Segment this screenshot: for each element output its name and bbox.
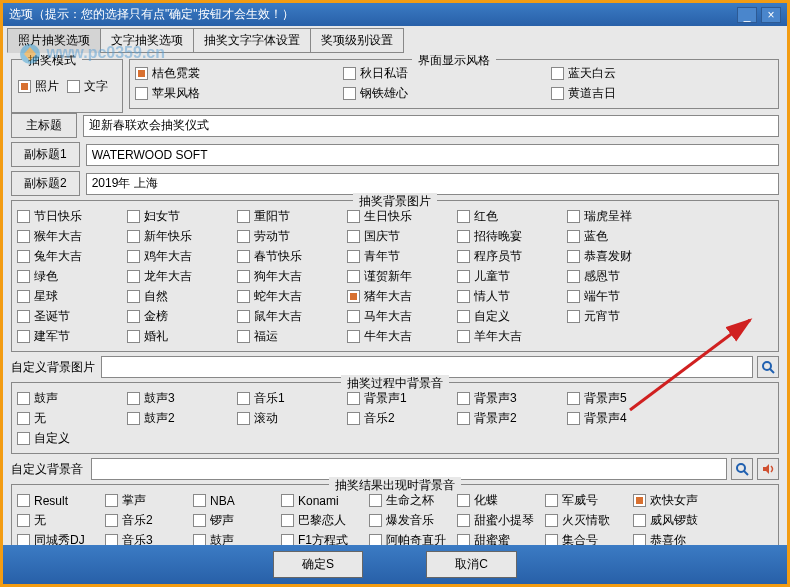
subtitle2-input[interactable] <box>86 173 779 195</box>
bg-sound-option-4[interactable]: 背景声3 <box>457 390 559 407</box>
bg-img-option-4[interactable]: 红色 <box>457 208 559 225</box>
bg-img-option-5[interactable]: 瑞虎呈祥 <box>567 208 669 225</box>
result-sound-option-0[interactable]: Result <box>17 492 97 509</box>
bg-img-option-24[interactable]: 星球 <box>17 288 119 305</box>
browse-bg-img-button[interactable] <box>757 356 779 378</box>
result-sound-option-1[interactable]: 掌声 <box>105 492 185 509</box>
ok-button[interactable]: 确定S <box>273 551 363 578</box>
bg-img-option-3[interactable]: 生日快乐 <box>347 208 449 225</box>
bg-img-option-26[interactable]: 蛇年大吉 <box>237 288 339 305</box>
bg-img-option-40[interactable]: 羊年大吉 <box>457 328 559 345</box>
bg-img-option-29[interactable]: 端午节 <box>567 288 669 305</box>
style-option-3[interactable]: 苹果风格 <box>135 85 335 102</box>
bg-sound-option-3[interactable]: 背景声1 <box>347 390 449 407</box>
result-sound-option-15[interactable]: 威风锣鼓 <box>633 512 713 529</box>
result-sound-option-19[interactable]: F1方程式 <box>281 532 361 545</box>
result-sound-option-6[interactable]: 军威号 <box>545 492 625 509</box>
bg-img-option-33[interactable]: 马年大吉 <box>347 308 449 325</box>
bg-sound-option-5[interactable]: 背景声5 <box>567 390 669 407</box>
result-sound-option-17[interactable]: 音乐3 <box>105 532 185 545</box>
bg-img-option-38[interactable]: 福运 <box>237 328 339 345</box>
subtitle1-input[interactable] <box>86 144 779 166</box>
bg-img-option-37[interactable]: 婚礼 <box>127 328 229 345</box>
tab-photo-options[interactable]: 照片抽奖选项 <box>7 28 101 53</box>
bg-sound-option-9[interactable]: 音乐2 <box>347 410 449 427</box>
bg-sound-option-7[interactable]: 鼓声2 <box>127 410 229 427</box>
bg-img-option-30[interactable]: 圣诞节 <box>17 308 119 325</box>
result-sound-option-7[interactable]: 欢快女声 <box>633 492 713 509</box>
bg-sound-option-11[interactable]: 背景声4 <box>567 410 669 427</box>
bg-img-option-36[interactable]: 建军节 <box>17 328 119 345</box>
style-option-4[interactable]: 钢铁雄心 <box>343 85 543 102</box>
bg-sound-option-10[interactable]: 背景声2 <box>457 410 559 427</box>
bg-img-option-15[interactable]: 青年节 <box>347 248 449 265</box>
bg-img-option-8[interactable]: 劳动节 <box>237 228 339 245</box>
bg-img-option-20[interactable]: 狗年大吉 <box>237 268 339 285</box>
result-sound-option-23[interactable]: 恭喜你 <box>633 532 713 545</box>
tab-prize-levels[interactable]: 奖项级别设置 <box>310 28 404 53</box>
mode-photo-radio[interactable]: 照片 <box>18 78 59 95</box>
bg-sound-option-12[interactable]: 自定义 <box>17 430 119 447</box>
bg-img-option-39[interactable]: 牛年大吉 <box>347 328 449 345</box>
result-sound-option-3[interactable]: Konami <box>281 492 361 509</box>
cancel-button[interactable]: 取消C <box>426 551 517 578</box>
bg-img-option-7[interactable]: 新年快乐 <box>127 228 229 245</box>
browse-bg-sound-button[interactable] <box>731 458 753 480</box>
bg-img-option-21[interactable]: 谨贺新年 <box>347 268 449 285</box>
bg-img-option-1[interactable]: 妇女节 <box>127 208 229 225</box>
result-sound-option-8[interactable]: 无 <box>17 512 97 529</box>
result-sound-option-13[interactable]: 甜蜜小提琴 <box>457 512 537 529</box>
result-sound-option-16[interactable]: 同城秀DJ <box>17 532 97 545</box>
bg-sound-option-8[interactable]: 滚动 <box>237 410 339 427</box>
bg-img-option-35[interactable]: 元宵节 <box>567 308 669 325</box>
style-option-0[interactable]: 桔色霓裳 <box>135 65 335 82</box>
bg-img-option-25[interactable]: 自然 <box>127 288 229 305</box>
bg-img-option-18[interactable]: 绿色 <box>17 268 119 285</box>
mode-text-radio[interactable]: 文字 <box>67 78 108 95</box>
result-sound-option-12[interactable]: 爆发音乐 <box>369 512 449 529</box>
bg-img-option-32[interactable]: 鼠年大吉 <box>237 308 339 325</box>
bg-img-option-11[interactable]: 蓝色 <box>567 228 669 245</box>
bg-img-option-14[interactable]: 春节快乐 <box>237 248 339 265</box>
close-button[interactable]: × <box>761 7 781 23</box>
bg-img-option-23[interactable]: 感恩节 <box>567 268 669 285</box>
style-option-5[interactable]: 黄道吉日 <box>551 85 751 102</box>
main-title-input[interactable] <box>83 115 779 137</box>
bg-img-option-13[interactable]: 鸡年大吉 <box>127 248 229 265</box>
result-sound-option-9[interactable]: 音乐2 <box>105 512 185 529</box>
result-sound-option-20[interactable]: 阿帕奇直升 <box>369 532 449 545</box>
bg-img-option-2[interactable]: 重阳节 <box>237 208 339 225</box>
bg-img-option-28[interactable]: 情人节 <box>457 288 559 305</box>
mode-group: 抽奖模式 照片 文字 <box>11 59 123 113</box>
bg-sound-option-0[interactable]: 鼓声 <box>17 390 119 407</box>
bg-sound-option-1[interactable]: 鼓声3 <box>127 390 229 407</box>
bg-sound-option-6[interactable]: 无 <box>17 410 119 427</box>
bg-img-option-27[interactable]: 猪年大吉 <box>347 288 449 305</box>
result-sound-option-21[interactable]: 甜蜜蜜 <box>457 532 537 545</box>
result-sound-option-5[interactable]: 化蝶 <box>457 492 537 509</box>
bg-img-option-9[interactable]: 国庆节 <box>347 228 449 245</box>
style-option-2[interactable]: 蓝天白云 <box>551 65 751 82</box>
bg-img-option-12[interactable]: 兔年大吉 <box>17 248 119 265</box>
play-bg-sound-button[interactable] <box>757 458 779 480</box>
result-sound-option-14[interactable]: 火灭情歌 <box>545 512 625 529</box>
result-sound-option-11[interactable]: 巴黎恋人 <box>281 512 361 529</box>
bg-img-option-34[interactable]: 自定义 <box>457 308 559 325</box>
tab-font-settings[interactable]: 抽奖文字字体设置 <box>193 28 311 53</box>
tab-text-options[interactable]: 文字抽奖选项 <box>100 28 194 53</box>
bg-img-option-17[interactable]: 恭喜发财 <box>567 248 669 265</box>
result-sound-option-4[interactable]: 生命之杯 <box>369 492 449 509</box>
minimize-button[interactable]: _ <box>737 7 757 23</box>
bg-sound-option-2[interactable]: 音乐1 <box>237 390 339 407</box>
bg-img-option-22[interactable]: 儿童节 <box>457 268 559 285</box>
bg-img-option-19[interactable]: 龙年大吉 <box>127 268 229 285</box>
result-sound-option-2[interactable]: NBA <box>193 492 273 509</box>
result-sound-option-18[interactable]: 鼓声 <box>193 532 273 545</box>
result-sound-option-10[interactable]: 锣声 <box>193 512 273 529</box>
bg-img-option-0[interactable]: 节日快乐 <box>17 208 119 225</box>
result-sound-option-22[interactable]: 集合号 <box>545 532 625 545</box>
bg-img-option-16[interactable]: 程序员节 <box>457 248 559 265</box>
bg-img-option-6[interactable]: 猴年大吉 <box>17 228 119 245</box>
bg-img-option-31[interactable]: 金榜 <box>127 308 229 325</box>
bg-img-option-10[interactable]: 招待晚宴 <box>457 228 559 245</box>
